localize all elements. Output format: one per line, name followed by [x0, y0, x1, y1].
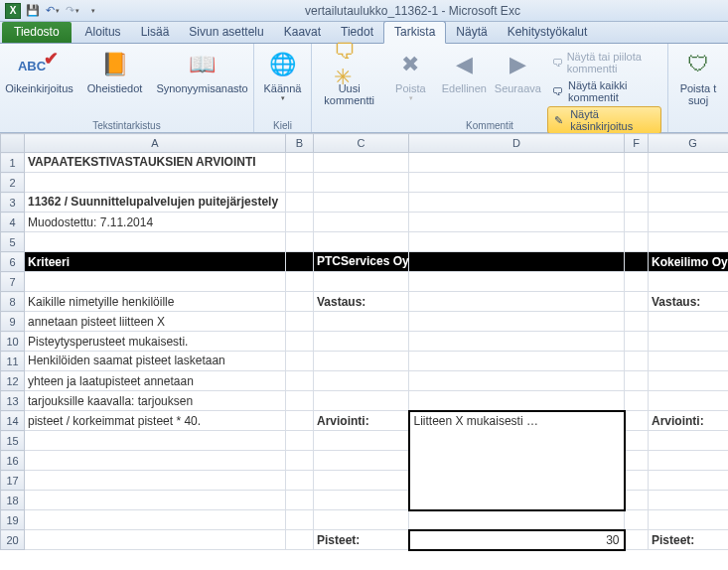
group-proofing: ABC✔ Oikeinkirjoitus 📙 Oheistiedot 📖 Syn…	[0, 44, 254, 132]
cell-a1[interactable]: VAPAATEKSTIVASTAUKSIEN ARVIOINTI	[25, 153, 286, 173]
show-hide-comment-button[interactable]: 🗨Näytä tai piilota kommentti	[547, 49, 661, 76]
cell-d14[interactable]: Liitteen X mukaisesti …	[409, 411, 625, 510]
tab-formulas[interactable]: Kaavat	[274, 22, 331, 43]
comment-icon: 🗨	[551, 55, 562, 71]
cell-b1[interactable]	[286, 153, 314, 173]
tab-page-layout[interactable]: Sivun asettelu	[179, 22, 273, 43]
row-10[interactable]: 10	[1, 332, 25, 352]
protect-icon: 🛡	[682, 49, 714, 80]
row-2[interactable]: 2	[1, 173, 25, 193]
cell-c8[interactable]: Vastaus:	[314, 292, 409, 312]
cell-g20[interactable]: Pisteet:	[649, 530, 729, 550]
research-button[interactable]: 📙 Oheistiedot	[83, 47, 147, 96]
row-1[interactable]: 1	[1, 153, 25, 173]
row-16[interactable]: 16	[1, 451, 25, 471]
protect-button[interactable]: 🛡 Poista tsuoj	[674, 47, 722, 108]
tab-developer[interactable]: Kehitystyökalut	[498, 22, 598, 43]
row-3[interactable]: 3	[1, 193, 25, 213]
row-12[interactable]: 12	[1, 371, 25, 391]
group-comments-label: Kommentit	[312, 120, 667, 131]
translate-button[interactable]: 🌐 Käännä ▾	[259, 47, 307, 104]
title-bar: X 💾 ↶▾ ↷▾ ▾ vertailutaulukko_11362-1 - M…	[0, 0, 728, 22]
spelling-label: Oikeinkirjoitus	[5, 82, 73, 94]
show-all-comments-label: Näytä kaikki kommentit	[568, 79, 657, 103]
row-11[interactable]: 11	[1, 352, 25, 371]
spelling-button[interactable]: ABC✔ Oikeinkirjoitus	[1, 47, 76, 96]
translate-label: Käännä	[264, 82, 302, 94]
app-icon[interactable]: X	[4, 2, 22, 20]
cell-c1[interactable]	[314, 153, 409, 173]
tab-review[interactable]: Tarkista	[383, 21, 446, 44]
col-a[interactable]: A	[25, 134, 286, 153]
cell-d1[interactable]	[409, 153, 625, 173]
row-4[interactable]: 4	[1, 213, 25, 232]
cell-a6[interactable]: Kriteeri	[25, 252, 286, 272]
row-7[interactable]: 7	[1, 272, 25, 292]
cell-a11[interactable]: Henkilöiden saamat pisteet lasketaan	[25, 352, 286, 371]
ribbon: ABC✔ Oikeinkirjoitus 📙 Oheistiedot 📖 Syn…	[0, 44, 728, 133]
tab-view[interactable]: Näytä	[446, 22, 497, 43]
cell-a3[interactable]: 11362 / Suunnittelupalvelujen puitejärje…	[25, 193, 286, 213]
spreadsheet[interactable]: A B C D F G 1 VAPAATEKSTIVASTAUKSIEN ARV…	[0, 133, 728, 551]
research-label: Oheistiedot	[87, 82, 143, 94]
save-icon[interactable]: 💾	[24, 2, 42, 20]
thesaurus-button[interactable]: 📖 Synonyymisanasto	[152, 47, 251, 96]
row-15[interactable]: 15	[1, 431, 25, 451]
group-comments: 🗨✳ Uusi kommentti ✖ Poista ▾ ◀ Edellinen…	[312, 44, 668, 132]
tab-file[interactable]: Tiedosto	[2, 22, 72, 43]
col-g[interactable]: G	[649, 134, 729, 153]
row-19[interactable]: 19	[1, 510, 25, 530]
next-comment-button[interactable]: ▶ Seuraava	[494, 47, 541, 96]
select-all-corner[interactable]	[1, 134, 25, 153]
tab-insert[interactable]: Lisää	[131, 22, 180, 43]
show-all-comments-button[interactable]: 🗨Näytä kaikki kommentit	[547, 77, 661, 105]
undo-icon[interactable]: ↶▾	[44, 2, 62, 20]
protect-label-1: Poista t	[680, 82, 717, 94]
spelling-icon: ABC✔	[24, 49, 56, 80]
qat-customize-icon[interactable]: ▾	[83, 2, 101, 20]
col-d[interactable]: D	[409, 134, 625, 153]
cell-a13[interactable]: tarjouksille kaavalla: tarjouksen	[25, 391, 286, 411]
column-headers: A B C D F G	[1, 134, 729, 153]
cell-g8[interactable]: Vastaus:	[649, 292, 729, 312]
cell-c6[interactable]: PTCServices Oy	[314, 252, 409, 272]
cell-a9[interactable]: annetaan pisteet liitteen X	[25, 312, 286, 332]
new-comment-label: Uusi kommentti	[322, 82, 376, 106]
col-c[interactable]: C	[314, 134, 409, 153]
col-f[interactable]: F	[625, 134, 649, 153]
cell-a10[interactable]: Pisteytysperusteet mukaisesti.	[25, 332, 286, 352]
cell-a14[interactable]: pisteet / korkeimmat pisteet * 40.	[25, 411, 286, 431]
thesaurus-label: Synonyymisanasto	[156, 82, 247, 94]
cell-d20[interactable]: 30	[409, 530, 625, 550]
cell-g14[interactable]: Arviointi:	[649, 411, 729, 431]
tab-home[interactable]: Aloitus	[75, 22, 131, 43]
cell-g1[interactable]	[649, 153, 729, 173]
prev-comment-icon: ◀	[448, 49, 480, 80]
translate-icon: 🌐	[267, 49, 299, 80]
col-b[interactable]: B	[286, 134, 314, 153]
cell-c20[interactable]: Pisteet:	[314, 530, 409, 550]
cell-a12[interactable]: yhteen ja laatupisteet annetaan	[25, 371, 286, 391]
prev-comment-button[interactable]: ◀ Edellinen	[440, 47, 488, 96]
group-language: 🌐 Käännä ▾ Kieli	[254, 44, 312, 132]
row-13[interactable]: 13	[1, 391, 25, 411]
row-5[interactable]: 5	[1, 232, 25, 252]
row-9[interactable]: 9	[1, 312, 25, 332]
protect-label-2: suoj	[688, 94, 708, 106]
redo-icon[interactable]: ↷▾	[64, 2, 81, 20]
row-18[interactable]: 18	[1, 491, 25, 510]
cell-a8[interactable]: Kaikille nimetyille henkilöille	[25, 292, 286, 312]
row-20[interactable]: 20	[1, 530, 25, 550]
delete-comment-button[interactable]: ✖ Poista ▾	[386, 47, 434, 104]
cell-c14[interactable]: Arviointi:	[314, 411, 409, 431]
row-8[interactable]: 8	[1, 292, 25, 312]
row-6[interactable]: 6	[1, 252, 25, 272]
row-14[interactable]: 14	[1, 411, 25, 431]
row-17[interactable]: 17	[1, 471, 25, 491]
new-comment-button[interactable]: 🗨✳ Uusi kommentti	[318, 47, 380, 108]
quick-access-toolbar: X 💾 ↶▾ ↷▾ ▾	[4, 2, 101, 20]
cell-g6[interactable]: Kokeilimo Oy	[649, 252, 729, 272]
cell-a4[interactable]: Muodostettu: 7.11.2014	[25, 213, 286, 232]
show-hide-comment-label: Näytä tai piilota kommentti	[567, 51, 657, 74]
cell-f1[interactable]	[625, 153, 649, 173]
